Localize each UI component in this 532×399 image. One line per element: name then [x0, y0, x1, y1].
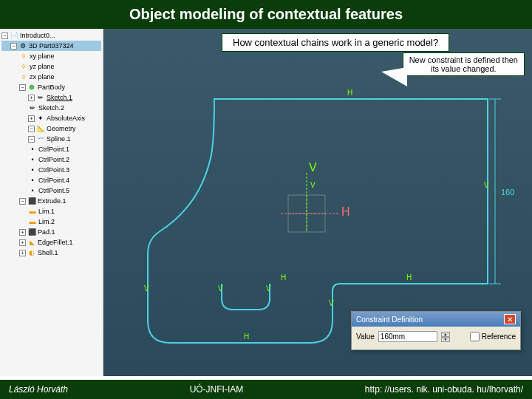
tree-plane-yz[interactable]: ◊yz plane: [1, 61, 101, 72]
dimension-160[interactable]: 160: [501, 188, 514, 197]
content: −📄Introduct0... −⚙3D Part037324 ◊xy plan…: [0, 29, 532, 376]
tree-edgefillet[interactable]: +◣EdgeFillet.1: [1, 237, 101, 248]
axis-v-label: V: [309, 161, 317, 174]
close-icon[interactable]: ✕: [504, 314, 516, 324]
tree-absaxis[interactable]: +✦AbsoluteAxis: [1, 113, 101, 123]
tree-partbody[interactable]: −⬢PartBody: [1, 82, 101, 92]
tree-plane-xy[interactable]: ◊xy plane: [1, 51, 101, 61]
dialog-titlebar[interactable]: Constraint Definition ✕: [352, 312, 520, 327]
cons-v2: V: [329, 299, 334, 307]
callout-constraint: New constraint is defined then its value…: [403, 52, 525, 76]
sketch-notch: [222, 284, 270, 310]
tree-cp3[interactable]: •CtrlPoint.3: [1, 165, 101, 175]
tree-shell[interactable]: +◐Shell.1: [1, 248, 101, 258]
constraint-dialog: Constraint Definition ✕ Value ▲▼ Referen…: [351, 311, 521, 350]
value-label: Value: [356, 332, 375, 341]
cons-v3: V: [218, 284, 223, 293]
tree-root[interactable]: −📄Introduct0...: [1, 30, 101, 41]
feature-tree: −📄Introduct0... −⚙3D Part037324 ◊xy plan…: [0, 29, 103, 376]
cons-h2: H: [406, 273, 412, 282]
tree-pad[interactable]: +⬛Pad.1: [1, 227, 101, 237]
tree-geometry[interactable]: −📐Geometry: [1, 123, 101, 134]
value-spinner[interactable]: ▲▼: [441, 332, 450, 342]
callout-question: How contextual chains work in a generic …: [222, 33, 449, 52]
reference-checkbox[interactable]: Reference: [470, 332, 516, 341]
cons-h1: H: [347, 89, 352, 97]
footer-url: http: //users. nik. uni-obuda. hu/lhorva…: [365, 384, 523, 395]
cons-v4: V: [266, 284, 271, 293]
tree-cp4[interactable]: •CtrlPoint.4: [1, 175, 101, 185]
cons-v5: V: [144, 284, 149, 293]
tree-spline[interactable]: −〰Spline.1: [1, 134, 101, 144]
slide-title: Object modeling of contextual features: [0, 0, 532, 29]
cons-v6: V: [310, 181, 316, 189]
tree-part[interactable]: −⚙3D Part037324: [1, 41, 101, 51]
tree-lim2[interactable]: ▬Lim.2: [1, 216, 101, 227]
tree-cp1[interactable]: •CtrlPoint.1: [1, 144, 101, 154]
tree-cp2[interactable]: •CtrlPoint.2: [1, 154, 101, 165]
tree-plane-zx[interactable]: ◊zx plane: [1, 72, 101, 82]
tree-cp5[interactable]: •CtrlPoint.5: [1, 185, 101, 196]
footer-author: László Horváth: [9, 384, 68, 395]
footer-org: UÓ-JNFI-IAM: [190, 384, 244, 395]
cons-h4: H: [281, 273, 286, 282]
sketch-profile: [148, 99, 488, 343]
cons-v1: V: [484, 181, 489, 189]
tree-sketch2[interactable]: ✏Sketch.2: [1, 103, 101, 113]
3d-canvas[interactable]: How contextual chains work in a generic …: [103, 29, 532, 376]
tree-extrude[interactable]: −⬛Extrude.1: [1, 196, 101, 206]
value-input[interactable]: [378, 331, 437, 342]
footer: László Horváth UÓ-JNFI-IAM http: //users…: [0, 380, 532, 399]
cons-h3: H: [244, 332, 249, 341]
tree-sketch1[interactable]: +✏Sketch.1: [1, 92, 101, 103]
dialog-title-text: Constraint Definition: [356, 316, 423, 324]
axis-h-label: H: [341, 205, 350, 218]
tree-lim1[interactable]: ▬Lim.1: [1, 206, 101, 216]
